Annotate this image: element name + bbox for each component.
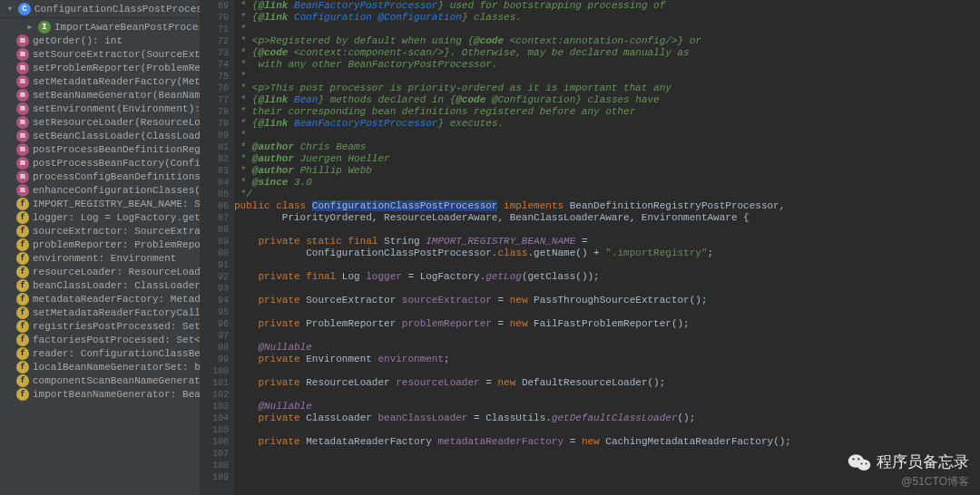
structure-item[interactable]: msetEnvironment(Environment): void	[0, 102, 200, 115]
editor[interactable]: 6970717273747576777879808182838485868788…	[200, 0, 980, 495]
structure-item[interactable]: fsetMetadataReaderFactoryCalled: boolean…	[0, 306, 200, 319]
line-number: 85	[200, 189, 229, 200]
method-icon: m	[16, 48, 29, 61]
structure-item[interactable]: ▶IImportAwareBeanPostProcessor	[0, 20, 200, 34]
code-line[interactable]: ConfigurationClassPostProcessor.class.ge…	[234, 248, 980, 259]
structure-item[interactable]: flocalBeanNameGeneratorSet: boolean = fa…	[0, 360, 200, 374]
line-number: 108	[200, 460, 229, 471]
structure-item-label: metadataReaderFactory: MetadataReaderFac…	[33, 294, 200, 305]
code-line[interactable]: * their corresponding bean definitions r…	[234, 106, 980, 118]
code-line[interactable]	[234, 365, 980, 377]
structure-item[interactable]: freader: ConfigurationClassBeanDefinitio…	[0, 346, 200, 360]
structure-item[interactable]: fimportBeanNameGenerator: BeanNameGenera…	[0, 387, 200, 401]
structure-item[interactable]: fcomponentScanBeanNameGenerator: BeanNam…	[0, 374, 200, 387]
structure-item[interactable]: fenvironment: Environment	[0, 251, 200, 265]
structure-item[interactable]: menhanceConfigurationClasses(Configurabl…	[0, 183, 200, 197]
structure-item[interactable]: fbeanClassLoader: ClassLoader = ClassUti…	[0, 278, 200, 292]
method-icon: m	[16, 143, 29, 156]
code-line[interactable]: private ProblemReporter problemReporter …	[234, 318, 980, 330]
code-line[interactable]	[234, 306, 980, 318]
code-line[interactable]: private ResourceLoader resourceLoader = …	[234, 377, 980, 389]
code-line[interactable]: */	[234, 189, 980, 200]
structure-item[interactable]: fIMPORT_REGISTRY_BEAN_NAME: String = Con…	[0, 197, 200, 210]
structure-item[interactable]: mpostProcessBeanDefinitionRegistry(BeanD…	[0, 142, 200, 156]
line-number: 107	[200, 448, 229, 460]
field-icon: f	[16, 225, 29, 238]
line-number: 78	[200, 106, 229, 118]
code-line[interactable]	[234, 224, 980, 236]
structure-item[interactable]: msetResourceLoader(ResourceLoader): void	[0, 115, 200, 129]
code-line[interactable]: @Nullable	[234, 342, 980, 354]
structure-item[interactable]: msetMetadataReaderFactory(MetadataReader…	[0, 74, 200, 88]
code-line[interactable]: * @since 3.0	[234, 177, 980, 189]
structure-item[interactable]: fregistriesPostProcessed: Set<Integer> =…	[0, 319, 200, 333]
code-line[interactable]	[234, 330, 980, 342]
field-icon: f	[16, 374, 29, 387]
structure-item[interactable]: mgetOrder(): int	[0, 34, 200, 47]
structure-item[interactable]: msetProblemReporter(ProblemReporter): vo…	[0, 61, 200, 74]
code-line[interactable]: @Nullable	[234, 401, 980, 412]
structure-item[interactable]: mpostProcessBeanFactory(ConfigurableList…	[0, 156, 200, 170]
line-number: 105	[200, 424, 229, 436]
code-line[interactable]: * @author Chris Beams	[234, 141, 980, 153]
code-line[interactable]	[234, 259, 980, 271]
code-area[interactable]: * {@link BeanFactoryPostProcessor} used …	[234, 0, 980, 495]
structure-item-label: setResourceLoader(ResourceLoader): void	[33, 117, 200, 128]
code-line[interactable]	[234, 448, 980, 460]
code-line[interactable]	[234, 283, 980, 295]
code-line[interactable]: * {@code <context:component-scan/>}. Oth…	[234, 47, 980, 59]
code-line[interactable]: * {@link BeanFactoryPostProcessor} used …	[234, 0, 980, 12]
code-line[interactable]: * @author Juergen Hoeller	[234, 153, 980, 165]
line-number: 74	[200, 59, 229, 71]
code-line[interactable]: * {@link Bean} methods declared in {@cod…	[234, 94, 980, 106]
line-number: 81	[200, 141, 229, 153]
code-line[interactable]: * @author Phillip Webb	[234, 165, 980, 177]
code-line[interactable]: *	[234, 71, 980, 82]
structure-item[interactable]: fmetadataReaderFactory: MetadataReaderFa…	[0, 292, 200, 306]
code-line[interactable]: private static final String IMPORT_REGIS…	[234, 236, 980, 248]
field-icon: f	[16, 266, 29, 278]
field-icon: f	[16, 334, 29, 346]
structure-item[interactable]: msetBeanNameGenerator(BeanNameGenerator)…	[0, 88, 200, 102]
code-line[interactable]: *	[234, 130, 980, 141]
code-line[interactable]: * {@link BeanFactoryPostProcessor} execu…	[234, 118, 980, 130]
field-icon: f	[16, 293, 29, 306]
code-line[interactable]	[234, 424, 980, 436]
line-number: 101	[200, 377, 229, 389]
structure-item-label: setMetadataReaderFactoryCalled: boolean …	[33, 307, 200, 318]
code-line[interactable]: PriorityOrdered, ResourceLoaderAware, Be…	[234, 212, 980, 224]
structure-item-label: reader: ConfigurationClassBeanDefinition…	[33, 348, 200, 359]
code-line[interactable]	[234, 460, 980, 471]
structure-item[interactable]: fproblemReporter: ProblemReporter = new …	[0, 238, 200, 251]
line-number: 76	[200, 82, 229, 94]
structure-item[interactable]: fsourceExtractor: SourceExtractor = new …	[0, 224, 200, 238]
structure-item-label: postProcessBeanFactory(ConfigurableLista…	[33, 158, 200, 169]
line-number: 73	[200, 47, 229, 59]
code-line[interactable]	[234, 389, 980, 401]
line-number: 104	[200, 412, 229, 424]
code-line[interactable]: private SourceExtractor sourceExtractor …	[234, 295, 980, 306]
code-line[interactable]: private MetadataReaderFactory metadataRe…	[234, 436, 980, 448]
code-line[interactable]: * <p>This post processor is priority-ord…	[234, 82, 980, 94]
code-line[interactable]: private ClassLoader beanClassLoader = Cl…	[234, 412, 980, 424]
line-number: 83	[200, 165, 229, 177]
structure-item[interactable]: msetBeanClassLoader(ClassLoader): void	[0, 129, 200, 142]
structure-item[interactable]: fresourceLoader: ResourceLoader = new De…	[0, 265, 200, 278]
code-line[interactable]: public class ConfigurationClassPostProce…	[234, 200, 980, 212]
line-number: 75	[200, 71, 229, 82]
structure-item[interactable]: ffactoriesPostProcessed: Set<Integer> = …	[0, 333, 200, 346]
code-line[interactable]: private final Log logger = LogFactory.ge…	[234, 271, 980, 283]
structure-item[interactable]: mprocessConfigBeanDefinitions(BeanDefini…	[0, 170, 200, 183]
structure-item[interactable]: msetSourceExtractor(SourceExtractor): vo…	[0, 47, 200, 61]
code-line[interactable]: private Environment environment;	[234, 354, 980, 365]
structure-item[interactable]: flogger: Log = LogFactory.getLog(...)	[0, 210, 200, 224]
code-line[interactable]: * {@link Configuration @Configuration} c…	[234, 12, 980, 24]
structure-item-label: setBeanNameGenerator(BeanNameGenerator):…	[33, 90, 200, 101]
structure-item-label: environment: Environment	[33, 253, 176, 264]
code-line[interactable]: * with any other BeanFactoryPostProcesso…	[234, 59, 980, 71]
structure-header[interactable]: ▼ C ConfigurationClassPostProcessor	[0, 0, 200, 18]
code-line[interactable]: *	[234, 24, 980, 35]
method-icon: m	[16, 184, 29, 197]
code-line[interactable]	[234, 471, 980, 483]
code-line[interactable]: * <p>Registered by default when using {@…	[234, 35, 980, 47]
